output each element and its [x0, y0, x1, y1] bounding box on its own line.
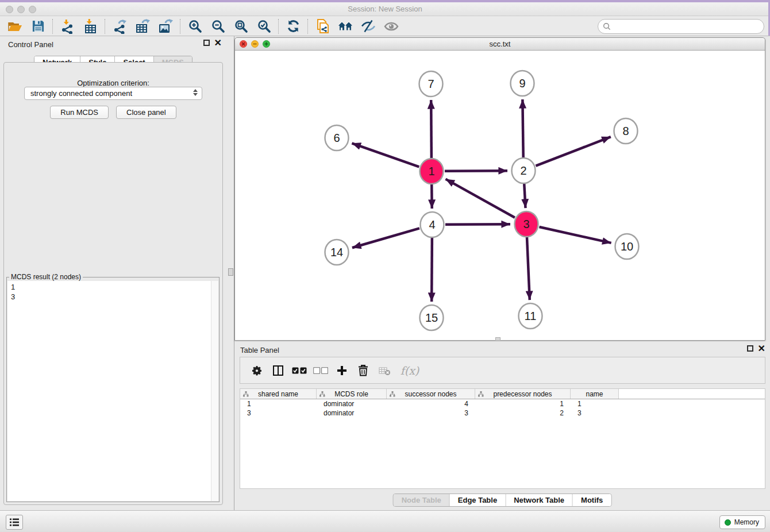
status-bar: Memory — [0, 510, 770, 532]
tab-node-table[interactable]: Node Table — [394, 494, 450, 506]
column-header-shared-name[interactable]: shared name — [240, 389, 317, 399]
zoom-fit-icon — [234, 19, 248, 33]
float-table-panel-icon[interactable] — [747, 345, 753, 352]
export-network-button[interactable] — [108, 18, 131, 35]
column-tree-icon — [390, 391, 395, 397]
deselect-all-columns-button[interactable] — [312, 362, 329, 379]
table-cell[interactable]: 4 — [387, 399, 475, 408]
table-cell[interactable]: 1 — [571, 399, 619, 408]
graph-edge-2-9[interactable] — [522, 99, 523, 157]
duplicate-network-icon — [315, 18, 330, 34]
graph-edge-2-8[interactable] — [536, 137, 610, 166]
plus-icon — [336, 365, 348, 376]
unchecked-boxes-icon — [313, 367, 328, 374]
table-cell[interactable]: 3 — [571, 408, 619, 418]
add-column-button[interactable] — [333, 362, 351, 379]
table-cell[interactable]: 3 — [387, 408, 475, 418]
export-table-button[interactable] — [131, 18, 154, 35]
table-panel: Table Panel ✕ — [234, 342, 770, 510]
network-window-titlebar[interactable]: scc.txt — [235, 38, 765, 51]
zoom-out-button[interactable] — [206, 18, 229, 35]
graph-node-label-14: 14 — [330, 246, 343, 259]
graph-edge-1-6[interactable] — [352, 143, 419, 167]
column-header-name[interactable]: name — [571, 389, 619, 399]
network-resize-handle[interactable] — [495, 337, 500, 341]
divider-handle[interactable] — [228, 268, 233, 276]
export-table-icon — [135, 19, 151, 34]
table-cell[interactable]: 1 — [475, 399, 571, 408]
table-settings-button[interactable] — [248, 362, 265, 379]
network-graph[interactable]: 7968124314101511 — [235, 51, 765, 340]
optimization-criterion-label: Optimization criterion: — [4, 79, 222, 87]
column-header-MCDS-role[interactable]: MCDS role — [317, 389, 387, 399]
import-network-button[interactable] — [56, 18, 79, 35]
search-input[interactable] — [611, 21, 764, 32]
result-scrollbar[interactable] — [211, 281, 218, 501]
delete-column-button[interactable] — [355, 362, 372, 379]
close-panel-button[interactable]: Close panel — [116, 106, 176, 119]
graph-node-label-9: 9 — [519, 77, 525, 90]
function-builder-button[interactable]: f(x) — [397, 362, 422, 379]
table-cell[interactable]: dominator — [317, 408, 387, 418]
column-tree-icon — [319, 391, 325, 397]
mcds-result-area[interactable]: 13 — [7, 281, 218, 501]
graphics-details-button[interactable] — [357, 18, 380, 35]
export-image-button[interactable] — [154, 18, 177, 35]
tab-network-table[interactable]: Network Table — [506, 494, 573, 506]
graph-edge-4-14[interactable] — [352, 228, 419, 248]
graph-edge-4-15[interactable] — [432, 238, 432, 302]
zoom-fit-button[interactable] — [229, 18, 252, 35]
graph-edge-1-2[interactable] — [445, 171, 507, 171]
search-box[interactable] — [598, 19, 764, 34]
table-cell[interactable]: dominator — [317, 399, 387, 408]
close-table-panel-icon[interactable]: ✕ — [758, 345, 765, 352]
apply-layout-button[interactable] — [282, 18, 305, 35]
houses-icon — [337, 20, 354, 33]
open-session-button[interactable] — [3, 18, 26, 35]
tab-edge-table[interactable]: Edge Table — [450, 494, 506, 506]
memory-status-icon — [725, 519, 731, 526]
close-panel-icon[interactable]: ✕ — [214, 40, 222, 46]
delete-table-button[interactable] — [376, 362, 393, 379]
duplicate-network-button[interactable] — [311, 18, 334, 35]
network-canvas[interactable]: 7968124314101511 — [235, 51, 765, 340]
graph-edge-3-1[interactable] — [445, 179, 514, 218]
tab-motifs[interactable]: Motifs — [573, 494, 611, 506]
panel-split-divider[interactable] — [226, 36, 234, 510]
gear-icon — [251, 365, 263, 376]
select-all-columns-button[interactable] — [291, 362, 308, 379]
run-mcds-button[interactable]: Run MCDS — [50, 106, 109, 119]
show-hide-button[interactable] — [380, 18, 403, 35]
table-row[interactable]: 1dominator411 — [240, 399, 765, 408]
node-table[interactable]: shared nameMCDS rolesuccessor nodesprede… — [240, 388, 765, 489]
graph-edge-2-3[interactable] — [524, 184, 525, 208]
column-layout-button[interactable] — [270, 362, 287, 379]
toolbar-separator — [180, 19, 180, 34]
table-cell[interactable]: 2 — [475, 408, 571, 418]
criterion-select[interactable]: strongly connected component — [24, 87, 202, 100]
zoom-in-button[interactable] — [183, 18, 206, 35]
zoom-selected-button[interactable] — [252, 18, 275, 35]
select-stepper-icon — [193, 89, 198, 96]
task-history-button[interactable] — [6, 515, 23, 530]
column-tree-icon — [243, 391, 249, 397]
table-cell[interactable]: 1 — [240, 399, 317, 408]
table-cell[interactable]: 3 — [240, 408, 317, 418]
graph-edge-3-10[interactable] — [539, 227, 611, 243]
import-table-button[interactable] — [79, 18, 102, 35]
home-networks-button[interactable] — [334, 18, 357, 35]
mcds-result-line: 3 — [11, 292, 215, 302]
save-session-button[interactable] — [26, 18, 49, 35]
toolbar-separator — [105, 19, 105, 34]
column-header-predecessor-nodes[interactable]: predecessor nodes — [475, 389, 571, 399]
column-tree-icon — [478, 391, 484, 397]
graph-edge-4-3[interactable] — [445, 224, 510, 225]
float-panel-icon[interactable] — [203, 40, 210, 46]
table-row[interactable]: 3dominator323 — [240, 408, 765, 418]
eye-icon — [384, 21, 399, 32]
memory-button[interactable]: Memory — [719, 515, 765, 529]
graph-edge-3-11[interactable] — [527, 237, 530, 300]
graph-edge-1-7[interactable] — [431, 100, 432, 158]
column-header-successor-nodes[interactable]: successor nodes — [387, 389, 475, 399]
fx-icon: f(x) — [401, 364, 419, 377]
